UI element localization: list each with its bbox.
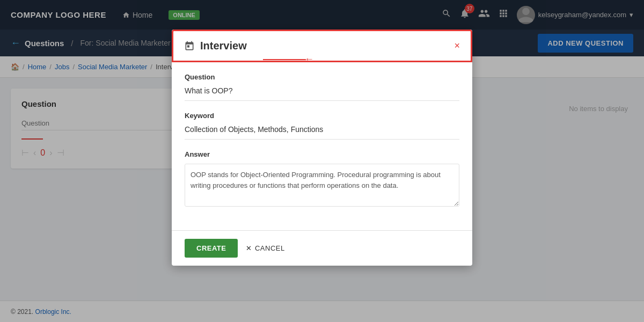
- cancel-icon: ✕: [246, 244, 252, 252]
- arrow-indicator: ←: [263, 54, 314, 65]
- cancel-label: CANCEL: [255, 244, 285, 252]
- modal-dialog: Interview × Question What is OOP? Keywor…: [172, 30, 472, 266]
- modal-header: Interview ×: [172, 30, 472, 62]
- modal-body: Question What is OOP? Keyword Collection…: [172, 62, 472, 230]
- question-value: What is OOP?: [185, 86, 459, 101]
- cancel-button[interactable]: ✕ CANCEL: [246, 244, 284, 252]
- question-section: Question What is OOP?: [185, 73, 459, 101]
- question-label: Question: [185, 73, 459, 81]
- answer-section: Answer OOP stands for Object-Oriented Pr…: [185, 150, 459, 209]
- keyword-label: Keyword: [185, 112, 459, 120]
- arrow-head: ←: [304, 54, 314, 65]
- modal-footer: CREATE ✕ CANCEL: [172, 230, 472, 266]
- answer-label: Answer: [185, 150, 459, 158]
- modal-close-button[interactable]: ×: [454, 40, 460, 52]
- answer-textarea[interactable]: OOP stands for Object-Oriented Programmi…: [185, 164, 459, 207]
- modal-title: Interview: [200, 40, 247, 52]
- modal-overlay: ← Interview × Question What is OOP? Keyw…: [0, 0, 644, 322]
- keyword-value: Collection of Objects, Methods, Function…: [185, 125, 459, 140]
- calendar-icon: [184, 41, 195, 52]
- arrow-line: [263, 59, 306, 60]
- modal-header-left: Interview: [184, 40, 247, 52]
- keyword-section: Keyword Collection of Objects, Methods, …: [185, 112, 459, 140]
- create-button[interactable]: CREATE: [185, 239, 238, 258]
